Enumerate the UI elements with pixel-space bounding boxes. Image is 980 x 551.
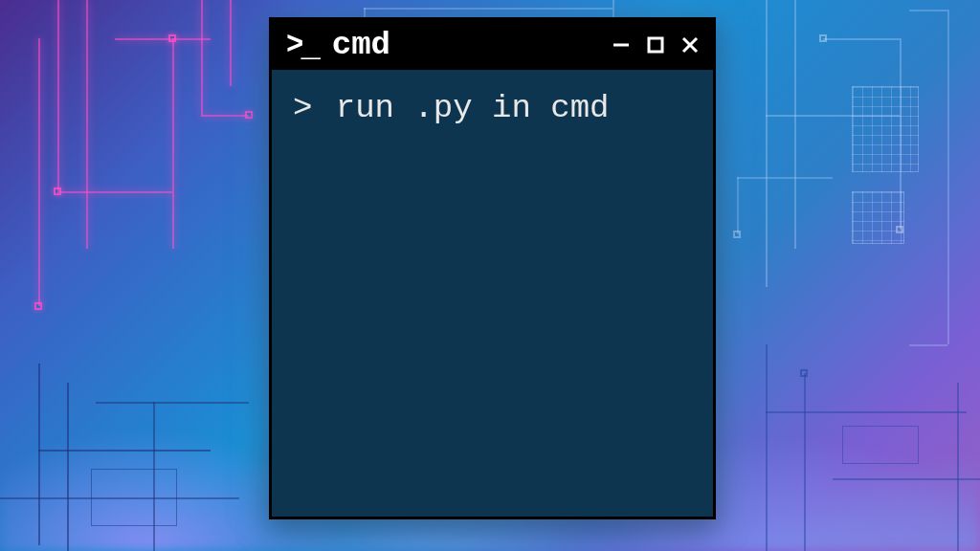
maximize-icon <box>645 34 666 55</box>
minimize-icon <box>611 34 632 55</box>
command-text: run .py in cmd <box>336 90 610 126</box>
window-title: cmd <box>332 27 600 63</box>
titlebar[interactable]: >_ cmd <box>272 20 713 70</box>
close-icon <box>679 34 701 55</box>
close-button[interactable] <box>677 32 703 58</box>
terminal-window: >_ cmd > run .py in cmd <box>269 17 716 519</box>
terminal-body[interactable]: > run .py in cmd <box>272 70 713 517</box>
window-controls <box>608 32 703 58</box>
prompt-icon: >_ <box>285 29 319 61</box>
terminal-line: > run .py in cmd <box>293 87 692 131</box>
prompt-symbol: > <box>293 90 312 126</box>
minimize-button[interactable] <box>608 32 635 58</box>
svg-rect-1 <box>649 38 662 52</box>
maximize-button[interactable] <box>642 32 669 58</box>
